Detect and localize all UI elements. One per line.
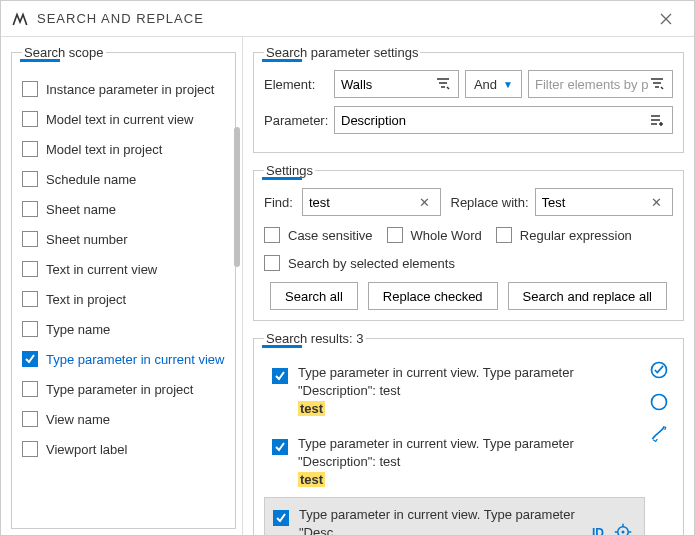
checkbox-icon xyxy=(22,441,38,457)
checkbox-icon xyxy=(22,381,38,397)
result-item[interactable]: Type parameter in current view. Type par… xyxy=(264,356,645,427)
scope-checkbox[interactable]: Type name xyxy=(22,314,225,344)
accent-bar xyxy=(262,345,302,348)
replace-input[interactable]: ✕ xyxy=(535,188,674,216)
scope-checkbox[interactable]: Schedule name xyxy=(22,164,225,194)
scope-checkbox[interactable]: Sheet number xyxy=(22,224,225,254)
logic-value: And xyxy=(474,77,497,92)
checkbox-icon xyxy=(22,351,38,367)
checkbox-icon xyxy=(22,111,38,127)
accent-bar xyxy=(262,177,302,180)
replace-label: Replace with: xyxy=(451,195,535,210)
result-text: Type parameter in current view. Type par… xyxy=(298,364,637,419)
search-results-group: Search results: 3 Type parameter in curr… xyxy=(253,331,684,535)
scope-label: Type name xyxy=(46,322,110,337)
scope-checkbox[interactable]: Text in project xyxy=(22,284,225,314)
scope-label: Type parameter in current view xyxy=(46,352,224,367)
checkbox-icon xyxy=(22,291,38,307)
regex-checkbox[interactable]: Regular expression xyxy=(496,224,632,246)
element-input[interactable] xyxy=(334,70,459,98)
app-logo-icon xyxy=(11,10,29,28)
close-button[interactable] xyxy=(648,1,684,37)
search-replace-all-button[interactable]: Search and replace all xyxy=(508,282,667,310)
scope-checkbox[interactable]: Sheet name xyxy=(22,194,225,224)
parameter-field[interactable] xyxy=(341,113,648,128)
checkbox-icon xyxy=(22,81,38,97)
whole-word-checkbox[interactable]: Whole Word xyxy=(387,224,482,246)
parameter-input[interactable] xyxy=(334,106,673,134)
replace-field[interactable] xyxy=(542,195,648,210)
scope-checkbox[interactable]: Viewport label xyxy=(22,434,225,464)
checkbox-icon xyxy=(22,411,38,427)
accent-bar xyxy=(20,59,60,62)
check-all-icon[interactable] xyxy=(649,360,669,380)
results-action-bar xyxy=(645,356,673,535)
search-parameter-legend: Search parameter settings xyxy=(264,45,420,60)
checkbox-icon xyxy=(22,321,38,337)
find-field[interactable] xyxy=(309,195,415,210)
element-field[interactable] xyxy=(341,77,434,92)
result-item[interactable]: Type parameter in current view. Type par… xyxy=(264,497,645,535)
filter-field[interactable] xyxy=(535,77,648,92)
scope-label: View name xyxy=(46,412,110,427)
search-scope-group: Search scope Instance parameter in proje… xyxy=(11,45,236,529)
result-checkbox[interactable] xyxy=(273,510,289,535)
checkbox-icon xyxy=(22,171,38,187)
result-item[interactable]: Type parameter in current view. Type par… xyxy=(264,427,645,498)
settings-legend: Settings xyxy=(264,163,315,178)
result-checkbox[interactable] xyxy=(272,439,288,490)
scope-label: Instance parameter in project xyxy=(46,82,214,97)
element-label: Element: xyxy=(264,77,334,92)
search-parameter-group: Search parameter settings Element: And ▼ xyxy=(253,45,684,153)
match-highlight: test xyxy=(298,401,325,416)
title-bar: SEARCH AND REPLACE xyxy=(1,1,694,37)
svg-point-1 xyxy=(622,530,625,533)
scope-label: Model text in current view xyxy=(46,112,193,127)
scope-checkbox[interactable]: Instance parameter in project xyxy=(22,74,225,104)
scope-checkbox[interactable]: Type parameter in current view xyxy=(22,344,225,374)
scope-label: Schedule name xyxy=(46,172,136,187)
scope-checkbox[interactable]: Model text in current view xyxy=(22,104,225,134)
clear-icon[interactable]: ✕ xyxy=(415,195,434,210)
locate-icon[interactable] xyxy=(614,523,632,535)
match-highlight: test xyxy=(298,472,325,487)
scope-label: Model text in project xyxy=(46,142,162,157)
parameter-label: Parameter: xyxy=(264,113,334,128)
id-badge[interactable]: ID xyxy=(592,526,604,535)
scope-checkbox[interactable]: Model text in project xyxy=(22,134,225,164)
scope-checkbox[interactable]: Type parameter in project xyxy=(22,374,225,404)
scope-checkbox[interactable]: Text in current view xyxy=(22,254,225,284)
result-text: Type parameter in current view. Type par… xyxy=(299,506,582,535)
find-label: Find: xyxy=(264,195,302,210)
replace-checked-button[interactable]: Replace checked xyxy=(368,282,498,310)
filter-list-icon[interactable] xyxy=(434,77,452,91)
scope-label: Text in current view xyxy=(46,262,157,277)
scope-label: Viewport label xyxy=(46,442,127,457)
accent-bar xyxy=(262,59,302,62)
svg-point-3 xyxy=(652,395,667,410)
checkbox-icon xyxy=(22,201,38,217)
filter-list-icon[interactable] xyxy=(648,77,666,91)
add-list-icon[interactable] xyxy=(648,113,666,127)
filter-input[interactable] xyxy=(528,70,673,98)
window-title: SEARCH AND REPLACE xyxy=(37,11,204,26)
find-input[interactable]: ✕ xyxy=(302,188,441,216)
result-text: Type parameter in current view. Type par… xyxy=(298,435,637,490)
scope-label: Sheet number xyxy=(46,232,128,247)
result-checkbox[interactable] xyxy=(272,368,288,419)
scope-checkbox[interactable]: View name xyxy=(22,404,225,434)
chevron-down-icon: ▼ xyxy=(503,79,513,90)
by-selected-checkbox[interactable]: Search by selected elements xyxy=(264,252,455,274)
search-all-button[interactable]: Search all xyxy=(270,282,358,310)
case-sensitive-checkbox[interactable]: Case sensitive xyxy=(264,224,373,246)
logic-dropdown[interactable]: And ▼ xyxy=(465,70,522,98)
left-panel: Search scope Instance parameter in proje… xyxy=(1,37,243,535)
clear-icon[interactable]: ✕ xyxy=(647,195,666,210)
search-scope-legend: Search scope xyxy=(22,45,106,60)
scope-label: Type parameter in project xyxy=(46,382,193,397)
checkbox-icon xyxy=(22,261,38,277)
uncheck-all-icon[interactable] xyxy=(649,392,669,412)
clear-results-icon[interactable] xyxy=(649,424,669,444)
scope-label: Sheet name xyxy=(46,202,116,217)
scrollbar-thumb[interactable] xyxy=(234,127,240,267)
